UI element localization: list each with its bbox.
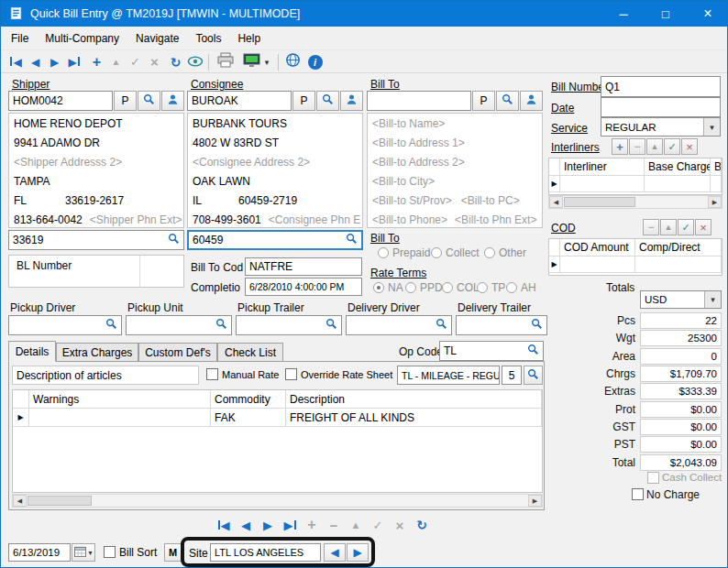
last-record-button[interactable]: ▶ (64, 52, 83, 71)
tab-check-list[interactable]: Check List (217, 343, 283, 362)
currency-dropdown-button[interactable]: ▾ (704, 291, 721, 308)
consignee-state-postal-field[interactable]: IL60459-2719 (188, 191, 362, 210)
nav-last-button[interactable]: ▶ (280, 515, 300, 535)
consignee-profile-button[interactable]: P (292, 91, 315, 111)
billto-code-row-field[interactable]: NATFRE (245, 257, 362, 276)
shipper-search-button[interactable] (138, 91, 160, 111)
print-button[interactable] (214, 52, 237, 71)
delivery-trailer-field[interactable] (456, 315, 547, 335)
insert-record-button[interactable]: + (87, 52, 106, 71)
next-record-button[interactable]: ▶ (45, 52, 64, 71)
terminal-dropdown-button[interactable]: ▾ (261, 52, 272, 71)
nav-first-button[interactable]: ◀ (214, 515, 234, 535)
billto-code-field[interactable] (367, 91, 471, 111)
shipper-address2-field[interactable]: <Shipper Addresss 2> (9, 152, 183, 171)
service-dropdown-button[interactable]: ▾ (703, 118, 720, 136)
zone-lookup-icon[interactable] (346, 233, 358, 247)
shipper-zone-field[interactable]: 33619 (8, 230, 184, 250)
mode-button[interactable]: M (164, 543, 182, 562)
shipper-contact-button[interactable] (161, 91, 184, 111)
cod-post-button[interactable]: ✓ (678, 219, 694, 235)
lookup-icon[interactable] (436, 318, 447, 333)
about-button[interactable]: i (305, 52, 325, 71)
nav-cancel-button[interactable]: × (390, 515, 410, 535)
shipper-city-field[interactable]: TAMPA (9, 171, 183, 191)
rate-lookup-button[interactable] (524, 366, 543, 385)
billto-address1-field[interactable]: <Bill-to Address 1> (368, 133, 542, 152)
scroll-left-button[interactable]: ◀ (13, 495, 27, 507)
minimize-button[interactable]: ─ (602, 1, 645, 27)
first-record-button[interactable]: ◀ (6, 52, 26, 71)
scrollbar-thumb[interactable] (28, 496, 92, 506)
cash-collect-checkbox[interactable] (647, 472, 659, 484)
nav-insert-button[interactable]: + (302, 515, 322, 535)
scrollbar-thumb[interactable] (564, 197, 635, 207)
service-combo[interactable]: REGULAR ▾ (601, 117, 721, 137)
radio-ah[interactable]: AH (506, 281, 536, 294)
billto-state-postal-field[interactable]: <Bill-to St/Prov><Bill-to PC> (368, 191, 542, 210)
post-record-button[interactable]: ✓ (126, 52, 145, 71)
lookup-icon[interactable] (215, 318, 227, 333)
shipper-profile-button[interactable]: P (114, 91, 137, 111)
radio-prepaid[interactable]: Prepaid (378, 246, 430, 259)
shipper-code-field[interactable]: HOM0042 (8, 91, 113, 111)
nav-edit-button[interactable]: ▲ (346, 515, 366, 535)
menu-navigate[interactable]: Navigate (127, 27, 187, 49)
refresh-button[interactable]: ↻ (166, 52, 185, 71)
shipper-address1-field[interactable]: 9941 ADAMO DR (9, 133, 183, 152)
radio-collect[interactable]: Collect (431, 246, 480, 259)
scroll-left-button[interactable]: ◀ (549, 196, 563, 208)
no-charge-checkbox[interactable] (632, 488, 644, 500)
nav-next-button[interactable]: ▶ (258, 515, 278, 535)
menu-tools[interactable]: Tools (187, 27, 229, 49)
bl-number-box[interactable]: BL Number (8, 255, 184, 288)
consignee-phone-field[interactable]: 708-499-3601<Consignee Phn E (188, 210, 362, 229)
nav-prior-button[interactable]: ◀ (236, 515, 256, 535)
radio-ppd[interactable]: PPD (405, 281, 443, 294)
cod-grid-row[interactable]: ▶ (549, 257, 722, 273)
lookup-icon[interactable] (105, 318, 117, 333)
interliners-grid[interactable]: Interliner Base Charges B ▶ (548, 158, 722, 195)
consignee-contact-button[interactable] (340, 91, 363, 111)
interliner-cancel-button[interactable]: × (681, 138, 698, 155)
billto-contact-button[interactable] (520, 91, 543, 111)
billto-name-field[interactable]: <Bill-to Name> (368, 114, 542, 133)
billto-address2-field[interactable]: <Bill-to Address 2> (368, 152, 542, 171)
date-field[interactable] (601, 97, 721, 117)
menu-file[interactable]: File (3, 27, 37, 49)
lookup-icon[interactable] (527, 344, 539, 358)
bill-date-field[interactable]: 6/13/2019 (8, 543, 71, 562)
consignee-zone-field[interactable]: 60459 (187, 230, 363, 250)
interliners-grid-row[interactable]: ▶ (549, 176, 722, 192)
billto-phone-field[interactable]: <Bill-to Phone><Bill-to Phn Ext> (368, 210, 542, 229)
interliner-edit-button[interactable]: ▲ (646, 138, 663, 155)
tab-extra-charges[interactable]: Extra Charges (56, 343, 138, 362)
op-code-field[interactable]: TL (439, 341, 544, 361)
interliner-remove-button[interactable]: − (629, 138, 645, 155)
radio-tp[interactable]: TP (477, 281, 505, 294)
terminal-button[interactable] (241, 52, 261, 71)
radio-col[interactable]: COL (442, 281, 480, 294)
nav-refresh-button[interactable]: ↻ (412, 515, 432, 535)
consignee-address2-field[interactable]: <Consignee Address 2> (188, 152, 362, 171)
consignee-code-field[interactable]: BUROAK (187, 91, 292, 111)
cancel-record-button[interactable]: × (145, 52, 164, 71)
scroll-right-button[interactable]: ▶ (528, 495, 542, 507)
consignee-address1-field[interactable]: 4802 W 83RD ST (188, 133, 362, 152)
billto-city-field[interactable]: <Bill-to City> (368, 171, 542, 191)
consignee-search-button[interactable] (316, 91, 339, 111)
prior-record-button[interactable]: ◀ (26, 52, 45, 71)
rate-code-field[interactable]: TL - MILEAGE - REGUL (397, 366, 500, 385)
edit-record-button[interactable]: ▲ (106, 52, 126, 71)
shipper-name-field[interactable]: HOME RENO DEPOT (9, 114, 183, 133)
details-scrollbar[interactable]: ◀ ▶ (12, 494, 543, 508)
bill-number-field[interactable]: Q1 (601, 76, 721, 97)
interliner-add-button[interactable]: + (612, 138, 628, 155)
billto-profile-button[interactable]: P (472, 91, 495, 111)
maximize-button[interactable]: □ (645, 1, 687, 27)
radio-other[interactable]: Other (484, 246, 526, 259)
override-rate-sheet-checkbox[interactable] (285, 368, 297, 380)
manual-rate-checkbox[interactable] (206, 368, 218, 380)
bill-sort-checkbox[interactable] (104, 546, 116, 558)
view-button[interactable] (185, 52, 204, 71)
